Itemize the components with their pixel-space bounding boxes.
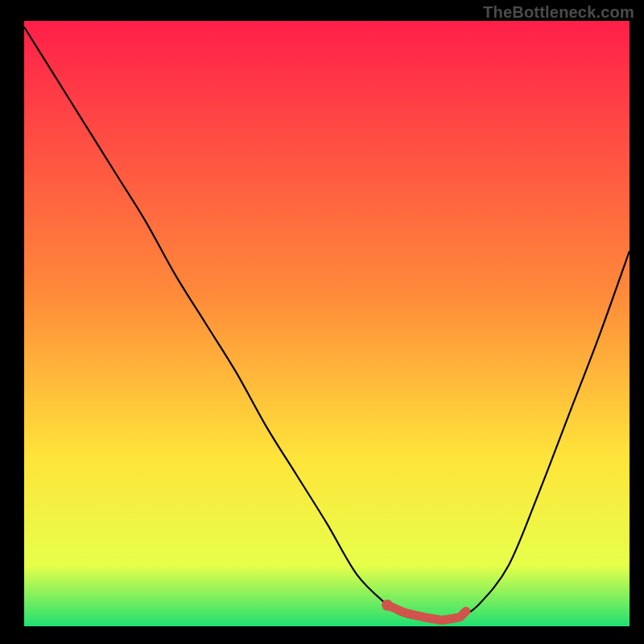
watermark-text: TheBottleneck.com: [483, 3, 634, 22]
optimal-range-start-dot: [382, 600, 393, 611]
plot-area: [24, 21, 630, 626]
chart-svg: [24, 21, 630, 626]
gradient-background: [24, 21, 630, 626]
chart-frame: TheBottleneck.com: [0, 0, 644, 644]
